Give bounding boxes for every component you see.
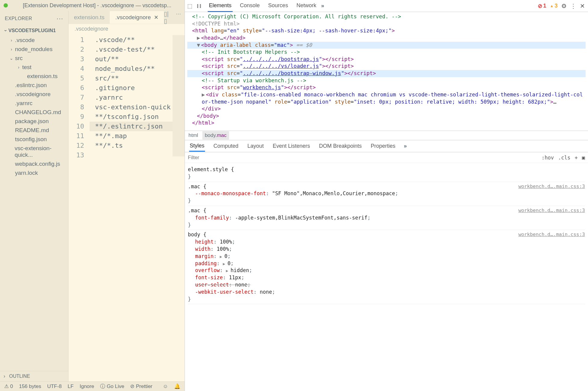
css-property[interactable]: overflow: ▶ hidden; xyxy=(188,267,585,274)
dom-tree[interactable]: <!-- Copyright (C) Microsoft Corporation… xyxy=(185,12,588,131)
kebab-icon[interactable]: ⋮ xyxy=(570,2,576,10)
file-item[interactable]: .vscodeignore xyxy=(0,90,68,99)
code-content[interactable]: .vscode/**.vscode-test/**out/**node_modu… xyxy=(90,35,173,381)
dom-node[interactable]: </body> xyxy=(187,113,586,120)
dom-node[interactable]: ▶<div class="file-icons-enabled monaco-w… xyxy=(187,91,586,105)
code-line[interactable]: **/*.ts xyxy=(90,141,173,150)
cls-toggle[interactable]: .cls xyxy=(558,155,571,161)
css-selector[interactable]: .mac { xyxy=(188,183,206,190)
file-item[interactable]: extension.ts xyxy=(0,72,68,81)
warning-badge[interactable]: 3 xyxy=(550,3,558,9)
dom-node[interactable]: <script src="../../../../bootstrap.js"><… xyxy=(187,56,586,63)
css-property[interactable]: user-select: none; xyxy=(188,281,585,289)
style-tab-properties[interactable]: Properties xyxy=(370,141,396,151)
css-property[interactable]: padding: ▶ 0; xyxy=(188,260,585,267)
file-item[interactable]: tsconfig.json xyxy=(0,135,68,144)
devtools-tab-elements[interactable]: Elements xyxy=(208,0,233,12)
code-line[interactable]: **/.eslintrc.json xyxy=(90,122,173,131)
outline-section[interactable]: › OUTLINE xyxy=(0,371,68,381)
dom-node[interactable]: ▶<head>…</head> xyxy=(187,35,586,42)
code-line[interactable]: .yarnrc xyxy=(90,93,173,102)
code-line[interactable]: node_modules/** xyxy=(90,64,173,74)
dom-breadcrumbs[interactable]: html body.mac xyxy=(185,131,588,140)
devtools-tab-console[interactable]: Console xyxy=(239,0,261,12)
css-selector[interactable]: body { xyxy=(188,231,206,238)
dom-node[interactable]: <script src="workbench.js"></script> xyxy=(187,84,586,91)
style-tab-computed[interactable]: Computed xyxy=(213,141,239,151)
style-tab-dom-breakpoints[interactable]: DOM Breakpoints xyxy=(318,141,362,151)
dom-node[interactable]: <html lang="en" style="--sash-size:4px; … xyxy=(187,27,586,35)
tabs-overflow-icon[interactable]: » xyxy=(321,3,324,9)
code-line[interactable]: .vscode/** xyxy=(90,35,173,45)
code-line[interactable]: vsc-extension-quick xyxy=(90,102,173,112)
file-item[interactable]: package.json xyxy=(0,117,68,126)
css-source-link[interactable]: workbench.d….main.css:3 xyxy=(518,183,585,190)
close-tab-icon[interactable]: ✕ xyxy=(154,14,158,21)
file-item[interactable]: README.md xyxy=(0,126,68,135)
minimap[interactable] xyxy=(173,35,185,381)
file-item[interactable]: webpack.config.js xyxy=(0,159,68,168)
editor-more-icon[interactable]: ··· xyxy=(176,11,181,25)
error-badge[interactable]: 1 xyxy=(538,3,546,9)
dom-node[interactable]: <!-- Startup via workbench.js --> xyxy=(187,77,586,84)
feedback-icon[interactable]: ☺ xyxy=(163,383,168,389)
css-rule[interactable]: element.style {} xyxy=(188,165,585,182)
breadcrumb[interactable]: .vscodeignore xyxy=(69,24,185,34)
file-item[interactable]: .yarnrc xyxy=(0,99,68,108)
dom-node[interactable]: <script src="../../../../vs/loader.js"><… xyxy=(187,63,586,70)
folder-item[interactable]: ›.vscode xyxy=(0,36,68,45)
folder-item[interactable]: ›test xyxy=(0,63,68,72)
dom-node[interactable]: </div> xyxy=(187,105,586,113)
file-item[interactable]: .eslintrc.json xyxy=(0,81,68,90)
css-selector[interactable]: .mac { xyxy=(188,207,206,214)
css-selector[interactable]: element.style { xyxy=(188,166,234,173)
toggle-sidebar-icon[interactable]: ▣ xyxy=(582,155,585,161)
crumb-body[interactable]: body.mac xyxy=(202,131,229,140)
file-size-status[interactable]: 156 bytes xyxy=(19,383,41,389)
explorer-more-icon[interactable]: ··· xyxy=(57,15,63,22)
split-editor-icon[interactable]: ▯|▯ xyxy=(164,11,172,25)
language-status[interactable]: Ignore xyxy=(80,383,94,389)
css-property[interactable]: width: 100%; xyxy=(188,246,585,253)
close-devtools-icon[interactable]: ✕ xyxy=(580,2,585,10)
prettier-status[interactable]: ⊘ Prettier xyxy=(130,383,152,389)
code-line[interactable] xyxy=(90,150,173,160)
file-item[interactable]: yarn.lock xyxy=(0,168,68,177)
css-property[interactable]: font-size: 11px; xyxy=(188,274,585,281)
bell-icon[interactable]: 🔔 xyxy=(174,383,180,389)
css-rule[interactable]: .mac {workbench.d….main.css:3--monaco-mo… xyxy=(188,182,585,206)
dom-node[interactable]: <script src="../../../../bootstrap-windo… xyxy=(187,70,586,77)
style-tab-styles[interactable]: Styles xyxy=(189,141,205,152)
css-property[interactable]: margin: ▶ 0; xyxy=(188,253,585,260)
hov-toggle[interactable]: :hov xyxy=(542,155,554,161)
editor-tab[interactable]: .vscodeignore✕ xyxy=(110,11,164,24)
dom-node[interactable]: ▼<body aria-label class="mac"> == $0 xyxy=(187,42,586,49)
editor[interactable]: 12345678910111213 .vscode/**.vscode-test… xyxy=(69,34,185,381)
devtools-tab-network[interactable]: Network xyxy=(295,0,317,12)
problems-status[interactable]: ⚠ 0 xyxy=(4,383,13,389)
css-rule[interactable]: body {workbench.d….main.css:3height: 100… xyxy=(188,230,585,304)
file-item[interactable]: vsc-extension-quick... xyxy=(0,144,68,159)
styles-panel[interactable]: element.style {}.mac {workbench.d….main.… xyxy=(185,163,588,391)
code-line[interactable]: src/** xyxy=(90,74,173,83)
code-line[interactable]: .vscode-test/** xyxy=(90,45,173,54)
editor-tab[interactable]: extension.ts xyxy=(69,11,110,24)
crumb-html[interactable]: html xyxy=(188,132,198,138)
settings-icon[interactable]: ⚙ xyxy=(561,2,567,10)
css-property[interactable]: -webkit-user-select: none; xyxy=(188,289,585,296)
traffic-light-green[interactable] xyxy=(4,3,8,8)
styles-filter-input[interactable] xyxy=(188,155,542,161)
file-item[interactable]: CHANGELOG.md xyxy=(0,108,68,117)
code-line[interactable]: **/*.map xyxy=(90,131,173,141)
code-line[interactable]: out/** xyxy=(90,54,173,64)
devtools-tab-sources[interactable]: Sources xyxy=(267,0,289,12)
code-line[interactable]: .gitignore xyxy=(90,83,173,93)
css-source-link[interactable]: workbench.d….main.css:3 xyxy=(518,231,585,238)
css-source-link[interactable]: workbench.d….main.css:3 xyxy=(518,207,585,214)
inspect-icon[interactable]: ⬚ xyxy=(185,3,194,9)
new-rule-button[interactable]: + xyxy=(575,155,578,161)
css-property[interactable]: font-family: -apple-system,BlinkMacSyste… xyxy=(188,214,585,222)
css-property[interactable]: height: 100%; xyxy=(188,238,585,246)
encoding-status[interactable]: UTF-8 xyxy=(47,383,62,389)
dom-node[interactable]: <!-- Copyright (C) Microsoft Corporation… xyxy=(187,13,586,20)
